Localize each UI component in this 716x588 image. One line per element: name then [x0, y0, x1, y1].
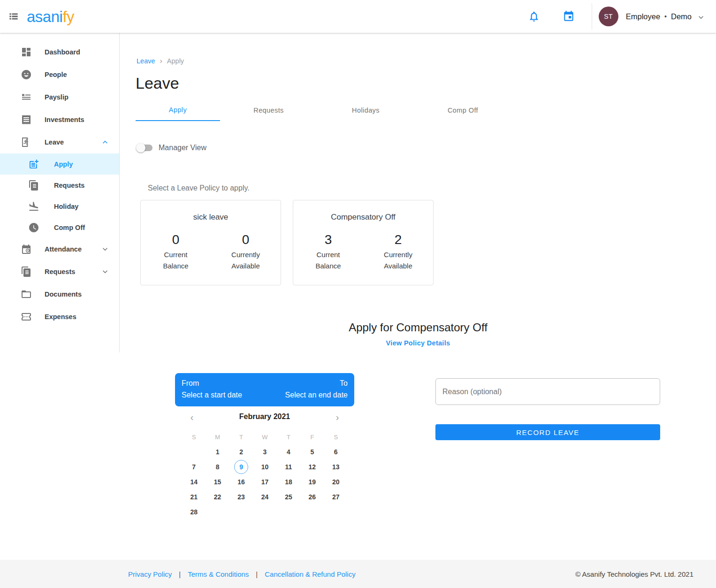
calendar-day[interactable]: 3: [253, 444, 276, 459]
policy-card-compensatory-off[interactable]: Compensatory Off 3 Current Balance 2 Cur…: [293, 200, 434, 285]
sidebar-item-leave-requests[interactable]: Requests: [0, 175, 119, 196]
calendar-day[interactable]: 26: [300, 489, 324, 504]
sidebar-item-label: Comp Off: [54, 224, 85, 231]
app-bar-right: ST Employee • Demo: [528, 0, 716, 33]
policy-card-sick-leave[interactable]: sick leave 0 Current Balance 0 Currently…: [140, 200, 281, 285]
currently-available-stat: 2 Currently Available: [363, 232, 433, 272]
calendar-day[interactable]: 28: [182, 504, 206, 519]
tab-requests[interactable]: Requests: [220, 99, 317, 121]
footer-separator: |: [179, 570, 181, 578]
next-month-icon[interactable]: ›: [332, 412, 343, 423]
account-chevron-down-icon[interactable]: [696, 13, 706, 22]
calendar-day[interactable]: 6: [324, 444, 348, 459]
currently-available-label: Currently Available: [222, 249, 269, 272]
tab-holidays[interactable]: Holidays: [317, 99, 414, 121]
to-value[interactable]: Select an end date: [285, 389, 348, 401]
calendar-day[interactable]: 7: [182, 459, 206, 474]
sidebar-item-label: Leave: [45, 138, 64, 146]
calendar-day[interactable]: 21: [182, 489, 206, 504]
calendar-day[interactable]: 2: [229, 444, 253, 459]
account-name[interactable]: Employee • Demo: [626, 12, 692, 21]
calendar-day[interactable]: 13: [324, 459, 348, 474]
calendar-day[interactable]: 24: [253, 489, 276, 504]
weekday-header: S: [182, 429, 206, 444]
calendar-icon[interactable]: [563, 10, 575, 23]
receipt-icon: [21, 114, 32, 125]
app-bar: asanify ST Employee • Demo: [0, 0, 716, 33]
leave-apply-page: asanify ST Employee • Demo: [0, 0, 716, 588]
calendar-day[interactable]: 10: [253, 459, 276, 474]
sidebar-item-documents[interactable]: Documents: [0, 283, 119, 305]
from-label: From: [182, 377, 242, 389]
sidebar-item-label: Payslip: [45, 93, 69, 101]
account-org: Demo: [671, 12, 692, 21]
sidebar-item-payslip[interactable]: Payslip: [0, 86, 119, 108]
copyright-text: © Asanify Technologies Pvt. Ltd. 2021: [575, 570, 693, 578]
breadcrumb-leave-link[interactable]: Leave: [137, 57, 155, 65]
policy-stats: 3 Current Balance 2 Currently Available: [293, 232, 433, 272]
sidebar-item-leave-comp-off[interactable]: Comp Off: [0, 217, 119, 238]
from-value[interactable]: Select a start date: [182, 389, 242, 401]
calendar-day[interactable]: 11: [277, 459, 300, 474]
calendar-day[interactable]: 18: [277, 474, 300, 489]
sidebar-item-label: People: [45, 71, 67, 78]
calendar-day[interactable]: 5: [300, 444, 324, 459]
logo-text-blue: asani: [27, 8, 62, 25]
sidebar-item-label: Documents: [45, 290, 82, 298]
calendar-empty-cell: [182, 444, 206, 459]
sidebar-item-leave-apply[interactable]: Apply: [0, 153, 119, 175]
policy-stats: 0 Current Balance 0 Currently Available: [141, 232, 281, 272]
sidebar-item-label: Apply: [54, 160, 73, 168]
manager-view-row: Manager View: [136, 143, 206, 153]
policy-name: Compensatory Off: [293, 213, 433, 222]
manager-view-toggle[interactable]: [136, 143, 153, 153]
calendar-day[interactable]: 15: [206, 474, 229, 489]
from-date-field[interactable]: From Select a start date: [182, 377, 242, 401]
sidebar-item-people[interactable]: People: [0, 63, 119, 86]
calendar-day[interactable]: 8: [206, 459, 229, 474]
record-leave-button[interactable]: RECORD LEAVE: [435, 424, 660, 440]
manager-view-label: Manager View: [159, 144, 206, 152]
tab-comp-off[interactable]: Comp Off: [414, 99, 511, 121]
sidebar-item-dashboard[interactable]: Dashboard: [0, 41, 119, 63]
calendar-day[interactable]: 20: [324, 474, 348, 489]
sidebar-item-leave-holiday[interactable]: Holiday: [0, 196, 119, 217]
view-policy-details-link[interactable]: View Policy Details: [120, 339, 716, 347]
current-balance-value: 3: [293, 232, 363, 247]
breadcrumb-current: Apply: [167, 57, 184, 65]
chevron-down-icon: [100, 244, 110, 254]
calendar-day[interactable]: 12: [300, 459, 324, 474]
calendar-day-selected[interactable]: 9: [229, 459, 253, 474]
calendar-day[interactable]: 19: [300, 474, 324, 489]
privacy-policy-link[interactable]: Privacy Policy: [128, 570, 172, 578]
menu-list-icon[interactable]: [8, 10, 20, 23]
cancellation-refund-link[interactable]: Cancellation & Refund Policy: [265, 570, 355, 578]
header-divider: [592, 3, 592, 30]
tab-apply[interactable]: Apply: [136, 99, 220, 121]
sidebar-item-requests[interactable]: Requests: [0, 260, 119, 283]
sidebar-item-leave[interactable]: Leave: [0, 131, 119, 153]
calendar-day[interactable]: 4: [277, 444, 300, 459]
notifications-bell-icon[interactable]: [528, 10, 540, 23]
calendar-day[interactable]: 16: [229, 474, 253, 489]
reason-input[interactable]: [435, 378, 660, 405]
calendar-day[interactable]: 23: [229, 489, 253, 504]
calendar-day[interactable]: 25: [277, 489, 300, 504]
sidebar-item-expenses[interactable]: Expenses: [0, 305, 119, 328]
sidebar-item-attendance[interactable]: Attendance: [0, 238, 119, 260]
sidebar-item-label: Expenses: [45, 313, 76, 321]
calendar-day[interactable]: 27: [324, 489, 348, 504]
terms-conditions-link[interactable]: Terms & Conditions: [188, 570, 249, 578]
file-copy-icon: [28, 180, 39, 191]
calendar-day[interactable]: 17: [253, 474, 276, 489]
sidebar-item-investments[interactable]: Investments: [0, 108, 119, 131]
calendar-day[interactable]: 1: [206, 444, 229, 459]
avatar[interactable]: ST: [599, 7, 618, 26]
calendar-day[interactable]: 14: [182, 474, 206, 489]
payslip-lines-icon: [21, 92, 32, 103]
account-separator-dot: •: [664, 13, 667, 20]
to-date-field[interactable]: To Select an end date: [285, 377, 348, 401]
calendar-day[interactable]: 22: [206, 489, 229, 504]
current-balance-label: Current Balance: [305, 249, 352, 272]
asanify-logo[interactable]: asanify: [27, 9, 74, 24]
